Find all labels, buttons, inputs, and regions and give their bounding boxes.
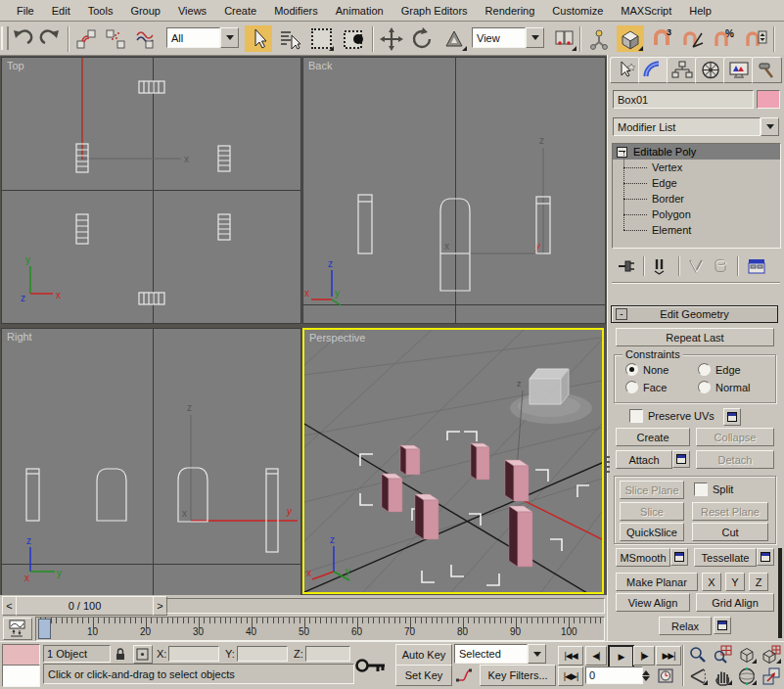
cut-button[interactable]: Cut xyxy=(692,523,768,541)
show-end-result-button[interactable] xyxy=(651,256,672,276)
show-end-result-toggle-disabled[interactable] xyxy=(686,256,708,276)
viewport-perspective-canvas[interactable]: z xyxy=(304,330,602,592)
menu-file[interactable]: File xyxy=(8,3,43,19)
key-mode-toggle-button[interactable]: |◀▶| xyxy=(558,666,583,686)
grid-align-button[interactable]: Grid Align xyxy=(696,593,774,612)
collapse-stack-icon[interactable] xyxy=(617,147,627,158)
rollout-scrollbar[interactable] xyxy=(778,548,782,638)
time-slider-handle[interactable]: 0 / 100 xyxy=(16,596,154,616)
object-name-field[interactable]: Box01 xyxy=(613,90,754,109)
time-slider-next-button[interactable]: > xyxy=(153,596,167,616)
make-unique-button-disabled[interactable] xyxy=(710,256,731,276)
arc-rotate-button[interactable] xyxy=(735,666,758,686)
go-to-end-button[interactable]: ▶▶| xyxy=(656,646,681,666)
unlink-selection-button[interactable] xyxy=(102,25,129,52)
bind-to-space-warp-button[interactable] xyxy=(131,25,159,52)
spinner-snap-button[interactable] xyxy=(742,25,769,52)
reference-coordinate-arrow[interactable] xyxy=(526,27,544,48)
undo-button[interactable] xyxy=(8,25,35,52)
track-bar-frame-handle[interactable] xyxy=(38,619,51,639)
selection-lock-toggle[interactable] xyxy=(112,645,128,662)
use-pivot-point-center-button[interactable] xyxy=(550,25,577,52)
z-coord-field[interactable] xyxy=(305,646,350,662)
menu-views[interactable]: Views xyxy=(169,3,215,19)
split-checkbox[interactable]: Split xyxy=(694,482,733,496)
viewport-top[interactable]: Top x xyxy=(1,57,301,324)
make-planar-button[interactable]: Make Planar xyxy=(616,573,698,591)
macro-recorder-field[interactable] xyxy=(2,644,40,666)
tab-modify[interactable] xyxy=(638,57,669,83)
relax-button[interactable]: Relax xyxy=(659,617,712,635)
select-and-move-button[interactable] xyxy=(378,25,405,52)
select-and-manipulate-button[interactable] xyxy=(585,25,613,52)
tab-utilities[interactable] xyxy=(752,57,782,83)
rectangular-selection-region-button[interactable] xyxy=(307,25,335,52)
auto-key-button[interactable]: Auto Key xyxy=(395,644,452,666)
selection-filter-arrow[interactable] xyxy=(220,27,239,48)
go-to-start-button[interactable]: |◀◀ xyxy=(558,646,583,666)
constraint-radio-normal[interactable]: Normal xyxy=(698,381,750,393)
tab-create[interactable] xyxy=(610,57,640,83)
collapse-button[interactable]: Collapse xyxy=(696,428,774,446)
field-of-view-button[interactable] xyxy=(686,666,709,686)
viewport-right-canvas[interactable]: z x y z x y xyxy=(2,329,300,595)
pan-button[interactable] xyxy=(711,666,733,686)
next-frame-button[interactable]: |▶ xyxy=(633,646,655,666)
make-planar-z-button[interactable]: Z xyxy=(749,573,768,591)
time-configuration-button[interactable] xyxy=(656,666,677,685)
menu-animation[interactable]: Animation xyxy=(327,3,392,19)
create-button[interactable]: Create xyxy=(616,428,690,446)
tessellate-settings-button[interactable] xyxy=(757,548,774,566)
stack-item-edge[interactable]: Edge xyxy=(613,175,780,191)
time-slider-track[interactable] xyxy=(166,598,605,614)
key-filters-button[interactable]: Key Filters... xyxy=(480,665,556,686)
play-button[interactable]: ▶ xyxy=(608,645,634,668)
msmooth-settings-button[interactable] xyxy=(670,548,688,566)
redo-button[interactable] xyxy=(37,25,65,52)
edit-geometry-rollout-header[interactable]: - Edit Geometry xyxy=(611,305,778,323)
percent-snap-button[interactable]: % xyxy=(711,25,738,52)
configure-modifier-sets-button[interactable] xyxy=(745,256,768,276)
angle-snap-button[interactable] xyxy=(679,25,707,52)
modifier-stack[interactable]: Editable Poly Vertex Edge Border Polygon… xyxy=(612,143,781,249)
set-key-button[interactable]: Set Key xyxy=(395,665,452,686)
snaps-toggle-button[interactable] xyxy=(617,25,644,52)
viewport-perspective-label[interactable]: Perspective xyxy=(309,332,365,344)
modifier-list-dropdown[interactable]: Modifier List xyxy=(613,117,779,136)
stack-item-editable-poly[interactable]: Editable Poly xyxy=(613,144,780,160)
slice-plane-button[interactable]: Slice Plane xyxy=(620,481,684,499)
repeat-last-button[interactable]: Repeat Last xyxy=(616,328,774,346)
menu-help[interactable]: Help xyxy=(680,3,720,19)
msmooth-button[interactable]: MSmooth xyxy=(616,548,670,567)
select-and-scale-button[interactable] xyxy=(440,25,468,52)
object-color-swatch[interactable] xyxy=(757,90,780,109)
menu-create[interactable]: Create xyxy=(215,3,265,19)
set-keys-button[interactable] xyxy=(350,644,392,686)
slice-button[interactable]: Slice xyxy=(620,502,684,521)
previous-frame-button[interactable]: ◀| xyxy=(585,646,607,666)
viewport-right[interactable]: Right z x y z x xyxy=(1,328,301,596)
key-mode-dropdown[interactable]: Selected xyxy=(454,644,546,664)
zoom-all-button[interactable] xyxy=(711,644,733,665)
tessellate-button[interactable]: Tessellate xyxy=(694,548,757,567)
tab-hierarchy[interactable] xyxy=(667,57,697,83)
viewport-top-label[interactable]: Top xyxy=(7,60,24,71)
modifier-list-arrow[interactable] xyxy=(761,117,779,136)
stack-item-vertex[interactable]: Vertex xyxy=(613,160,780,175)
menu-modifiers[interactable]: Modifiers xyxy=(265,3,327,19)
window-crossing-toggle-button[interactable] xyxy=(341,25,368,52)
menu-graph-editors[interactable]: Graph Editors xyxy=(392,3,477,19)
detach-button[interactable]: Detach xyxy=(696,450,774,469)
zoom-extents-all-button[interactable] xyxy=(760,644,782,665)
view-align-button[interactable]: View Align xyxy=(616,593,690,612)
min-max-toggle-button[interactable] xyxy=(760,666,782,686)
select-and-rotate-button[interactable] xyxy=(409,25,437,52)
make-planar-x-button[interactable]: X xyxy=(702,573,721,591)
viewport-back-label[interactable]: Back xyxy=(308,60,332,71)
relax-settings-button[interactable] xyxy=(714,617,731,634)
menu-tools[interactable]: Tools xyxy=(79,3,122,19)
constraint-radio-face[interactable]: Face xyxy=(625,381,667,393)
viewport-back[interactable]: Back z x y z xyxy=(302,57,606,324)
panel-splitter[interactable] xyxy=(607,456,610,476)
preserve-uvs-checkbox[interactable]: Preserve UVs xyxy=(629,409,715,423)
